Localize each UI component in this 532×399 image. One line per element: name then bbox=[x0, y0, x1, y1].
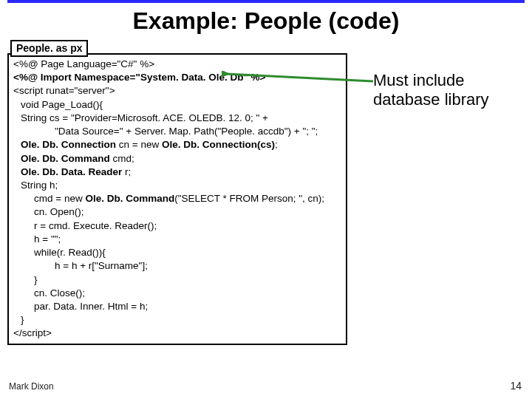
page-number: 14 bbox=[510, 380, 522, 392]
code-line: r = cmd. Execute. Reader(); bbox=[13, 219, 341, 233]
code-line: h = h + r["Surname"]; bbox=[13, 259, 341, 273]
code-line: Ole. Db. Connection cn = new Ole. Db. Co… bbox=[13, 138, 341, 151]
code-line: Ole. Db. Data. Reader r; bbox=[13, 166, 341, 179]
code-line: <%@ Page Language="C#" %> bbox=[13, 58, 341, 71]
code-line: cmd = new Ole. Db. Command("SELECT * FRO… bbox=[13, 192, 341, 205]
code-line: void Page_Load(){ bbox=[13, 98, 341, 112]
code-line: h = ""; bbox=[13, 233, 341, 246]
code-line: } bbox=[13, 273, 341, 287]
code-line: String cs = "Provider=Microsoft. ACE. OL… bbox=[13, 112, 341, 125]
code-line: while(r. Read()){ bbox=[13, 246, 341, 259]
callout-text: Must include database library bbox=[373, 71, 489, 110]
callout-line: Must include bbox=[373, 71, 489, 90]
code-line: cn. Close(); bbox=[13, 287, 341, 300]
slide-title: Example: People (code) bbox=[0, 7, 532, 35]
code-line: par. Data. Inner. Html = h; bbox=[13, 300, 341, 313]
top-accent-bar bbox=[7, 0, 525, 3]
code-box: <%@ Page Language="C#" %> <%@ Import Nam… bbox=[7, 53, 347, 345]
code-line: Ole. Db. Command cmd; bbox=[13, 152, 341, 166]
callout-line: database library bbox=[373, 90, 489, 109]
code-line: cn. Open(); bbox=[13, 205, 341, 219]
code-line: <script runat="server"> bbox=[13, 84, 341, 98]
code-line: } bbox=[13, 313, 341, 327]
footer-author: Mark Dixon bbox=[9, 381, 54, 392]
code-line: </script> bbox=[13, 327, 341, 340]
code-line: String h; bbox=[13, 179, 341, 192]
file-label: People. as px bbox=[10, 40, 88, 57]
code-line: "Data Source=" + Server. Map. Path("Peop… bbox=[13, 125, 341, 138]
code-line-import: <%@ Import Namespace="System. Data. Ole.… bbox=[13, 71, 341, 84]
